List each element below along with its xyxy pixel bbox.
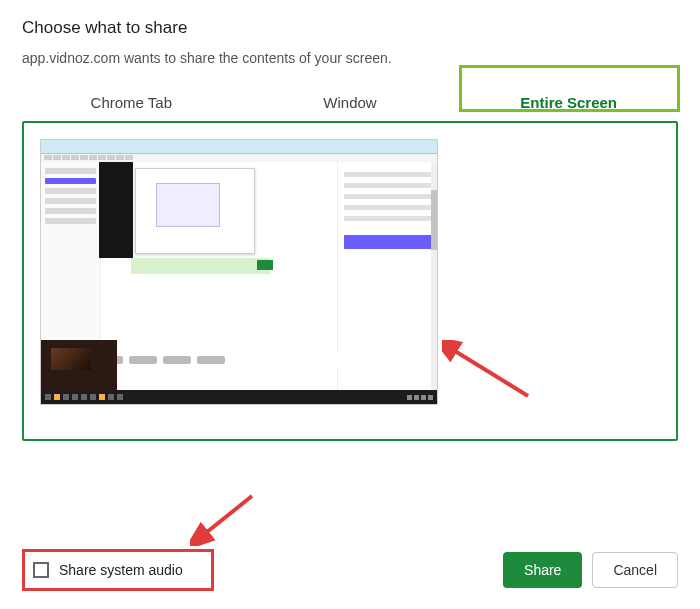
share-tabs: Chrome Tab Window Entire Screen [22, 84, 678, 121]
dialog-subtitle: app.vidnoz.com wants to share the conten… [22, 50, 678, 66]
screen-share-dialog: Choose what to share app.vidnoz.com want… [0, 0, 700, 609]
svg-line-1 [202, 496, 252, 536]
tab-chrome-tab[interactable]: Chrome Tab [22, 84, 241, 121]
tab-window[interactable]: Window [241, 84, 460, 121]
screen-thumbnail[interactable] [40, 139, 438, 405]
share-button[interactable]: Share [503, 552, 582, 588]
tab-entire-screen[interactable]: Entire Screen [459, 84, 678, 121]
annotation-arrow-to-audio [190, 490, 260, 546]
share-audio-label: Share system audio [59, 562, 183, 578]
dialog-footer: Share system audio Share Cancel [0, 549, 700, 591]
dialog-buttons: Share Cancel [503, 552, 678, 588]
annotation-audio-highlight: Share system audio [22, 549, 214, 591]
dialog-title: Choose what to share [22, 18, 678, 38]
share-audio-checkbox[interactable] [33, 562, 49, 578]
cancel-button[interactable]: Cancel [592, 552, 678, 588]
preview-area [22, 121, 678, 441]
